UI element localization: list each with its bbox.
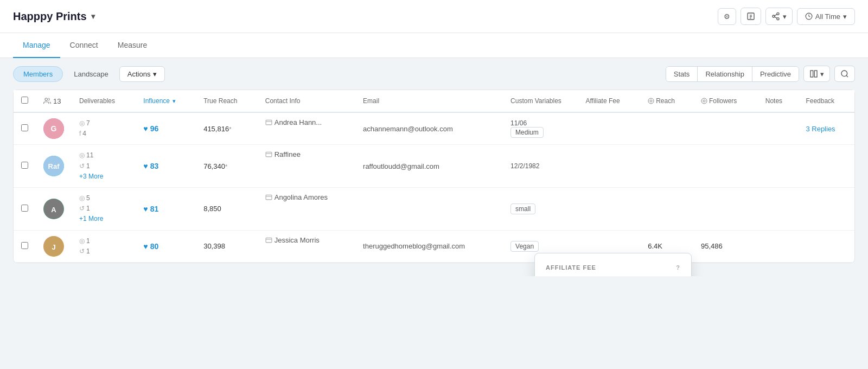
row1-deliverables: ◎7 f4 bbox=[72, 112, 136, 145]
header-contact-info[interactable]: Contact Info bbox=[258, 90, 355, 112]
svg-point-12 bbox=[841, 71, 847, 77]
toolbar: Members Landscape Actions ▾ Stats Relati… bbox=[0, 58, 868, 90]
toolbar-left: Members Landscape Actions ▾ bbox=[13, 66, 165, 82]
actions-button[interactable]: Actions ▾ bbox=[119, 66, 165, 82]
row2-contact: Raffinee bbox=[258, 145, 355, 164]
members-button[interactable]: Members bbox=[13, 66, 63, 82]
row3-followers bbox=[693, 187, 758, 230]
row1-true-reach: 415,816* bbox=[196, 112, 258, 145]
share-chevron: ▾ bbox=[783, 12, 787, 21]
relationship-button[interactable]: Relationship bbox=[698, 67, 752, 81]
actions-label: Actions bbox=[127, 70, 151, 78]
tab-manage[interactable]: Manage bbox=[13, 33, 60, 58]
header-avatar-col: 13 bbox=[36, 90, 72, 112]
row1-score: ♥96 bbox=[136, 112, 196, 145]
settings-button[interactable]: ⚙ bbox=[718, 8, 736, 25]
svg-point-4 bbox=[777, 12, 779, 15]
share-button[interactable]: ▾ bbox=[765, 8, 793, 25]
row4-contact: Jessica Morris bbox=[258, 231, 355, 250]
header-reach[interactable]: Reach bbox=[640, 90, 693, 112]
svg-text:J: J bbox=[52, 243, 55, 251]
header-checkbox-col bbox=[14, 90, 36, 112]
tab-connect[interactable]: Connect bbox=[60, 33, 108, 58]
header-true-reach[interactable]: True Reach bbox=[196, 90, 258, 112]
table-wrapper: 13 Deliverables Influence ▾ True Reach bbox=[14, 90, 854, 263]
avatar: J bbox=[43, 236, 64, 257]
stats-group: Stats Relationship Predictive bbox=[666, 66, 799, 82]
header-actions: ⚙ ▾ All Time ▾ bbox=[718, 8, 855, 25]
row1-feedback: 3 Replies bbox=[798, 112, 854, 145]
custom-badge: small bbox=[510, 203, 535, 214]
stats-button[interactable]: Stats bbox=[666, 67, 698, 81]
custom-badge: Vegan bbox=[510, 241, 539, 252]
header-followers[interactable]: Followers bbox=[693, 90, 758, 112]
svg-rect-29 bbox=[266, 195, 272, 200]
row4-true-reach: 30,398 bbox=[196, 230, 258, 262]
svg-text:Raf: Raf bbox=[48, 162, 60, 170]
header-affiliate-fee[interactable]: Affiliate Fee bbox=[578, 90, 640, 112]
more-link[interactable]: +3 More bbox=[79, 171, 128, 182]
columns-button[interactable]: ▾ bbox=[803, 66, 830, 82]
row2-custom: 12/2/1982 bbox=[503, 145, 578, 188]
toolbar-right: Stats Relationship Predictive ▾ bbox=[666, 66, 855, 82]
row1-notes bbox=[758, 112, 799, 145]
row3-checkbox[interactable] bbox=[14, 187, 36, 230]
nav-tabs: Manage Connect Measure bbox=[0, 33, 868, 58]
svg-point-5 bbox=[773, 15, 775, 17]
row3-notes bbox=[758, 187, 799, 230]
row2-affiliate-fee bbox=[578, 145, 640, 188]
row3-score: ♥81 bbox=[136, 187, 196, 230]
row2-notes bbox=[758, 145, 799, 188]
row3-contact: Angolina Amores bbox=[258, 188, 355, 207]
row2-feedback bbox=[798, 145, 854, 188]
header-influence[interactable]: Influence ▾ bbox=[136, 90, 196, 112]
more-link[interactable]: +1 More bbox=[79, 214, 128, 224]
row1-followers bbox=[693, 112, 758, 145]
avatar: A bbox=[43, 199, 64, 219]
header-feedback[interactable]: Feedback bbox=[798, 90, 854, 112]
row3-avatar: A bbox=[36, 187, 72, 230]
app-title: Happpy Prints ▾ bbox=[13, 10, 95, 23]
row2-followers bbox=[693, 145, 758, 188]
row2-checkbox[interactable] bbox=[14, 145, 36, 188]
row4-email: theruggedhomeblog@gmail.com bbox=[355, 230, 503, 262]
actions-chevron: ▾ bbox=[153, 70, 157, 78]
row1-reach bbox=[640, 112, 693, 145]
row1-checkbox[interactable] bbox=[14, 112, 36, 145]
row3-true-reach: 8,850 bbox=[196, 187, 258, 230]
help-icon[interactable]: ? bbox=[676, 264, 680, 271]
predictive-button[interactable]: Predictive bbox=[752, 67, 799, 81]
header-email[interactable]: Email bbox=[355, 90, 503, 112]
select-all-checkbox[interactable] bbox=[21, 97, 28, 104]
row1-contact: Andrea Hann... bbox=[258, 113, 355, 132]
member-count-display: 13 bbox=[43, 97, 64, 105]
time-filter-button[interactable]: All Time ▾ bbox=[797, 8, 855, 25]
header-notes[interactable]: Notes bbox=[758, 90, 799, 112]
table-row: J ◎1 ↺1 ♥80 30,398 Jessica bbox=[14, 230, 854, 262]
row3-reach bbox=[640, 187, 693, 230]
svg-point-14 bbox=[45, 98, 48, 101]
export-button[interactable] bbox=[741, 8, 761, 25]
row2-score: ♥83 bbox=[136, 145, 196, 188]
row3-email bbox=[355, 187, 503, 230]
svg-rect-11 bbox=[814, 71, 817, 77]
svg-rect-33 bbox=[266, 238, 272, 243]
row4-checkbox[interactable] bbox=[14, 230, 36, 262]
landscape-button[interactable]: Landscape bbox=[67, 67, 115, 81]
table-row: A ◎5 ↺1 +1 More ♥81 8,850 bbox=[14, 187, 854, 230]
tab-measure[interactable]: Measure bbox=[108, 33, 157, 58]
row2-true-reach: 76,340* bbox=[196, 145, 258, 188]
popup-title: AFFILIATE FEE ? bbox=[546, 264, 680, 271]
title-chevron[interactable]: ▾ bbox=[91, 12, 95, 21]
row4-avatar: J bbox=[36, 230, 72, 262]
header-custom-variables[interactable]: Custom Variables bbox=[503, 90, 578, 112]
row2-deliverables: ◎11 ↺1 +3 More bbox=[72, 145, 136, 188]
svg-rect-25 bbox=[266, 152, 272, 157]
row1-affiliate-fee bbox=[578, 112, 640, 145]
search-button[interactable] bbox=[834, 66, 855, 82]
heart-icon: ♥ bbox=[143, 124, 148, 133]
header-deliverables[interactable]: Deliverables bbox=[72, 90, 136, 112]
row4-score: ♥80 bbox=[136, 230, 196, 262]
avatar: Raf bbox=[43, 156, 64, 176]
row4-deliverables: ◎1 ↺1 bbox=[72, 230, 136, 262]
